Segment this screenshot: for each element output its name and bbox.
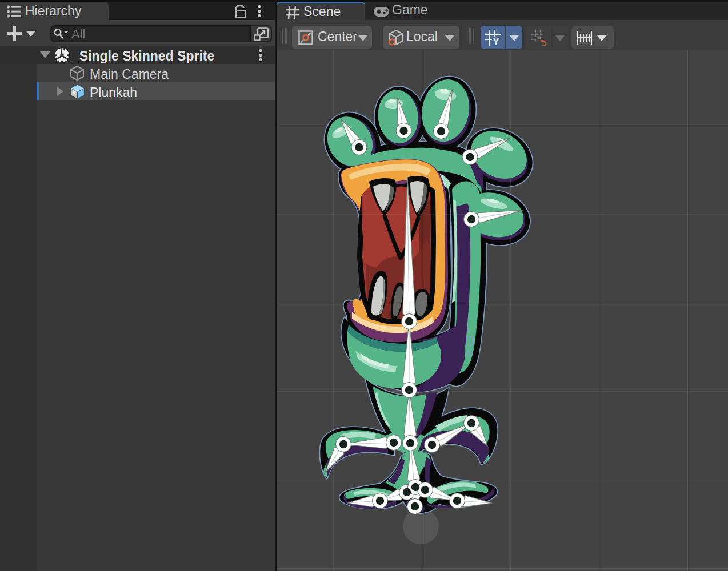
svg-text:Y: Y (493, 36, 499, 46)
